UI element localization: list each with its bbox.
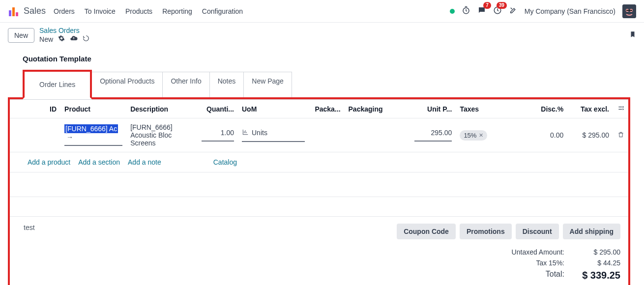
section-title: Quotation Template	[8, 49, 630, 72]
cell-description[interactable]: [FURN_6666] Acoustic Bloc Screens	[126, 118, 197, 152]
add-product-link[interactable]: Add a product	[28, 158, 70, 166]
add-section-link[interactable]: Add a section	[78, 158, 120, 166]
col-packa[interactable]: Packa...	[309, 100, 344, 118]
nav-to-invoice[interactable]: To Invoice	[85, 7, 116, 15]
col-taxes[interactable]: Taxes	[456, 100, 527, 118]
untaxed-label: Untaxed Amount:	[512, 248, 564, 256]
col-quantity[interactable]: Quanti...	[198, 100, 238, 118]
order-lines-table: ID Product Description Quanti... UoM Pac…	[10, 100, 628, 217]
catalog-link[interactable]: Catalog	[213, 158, 237, 166]
tab-optional-products[interactable]: Optional Products	[91, 72, 163, 97]
col-unit-price[interactable]: Unit P...	[410, 100, 456, 118]
nav-orders[interactable]: Orders	[54, 7, 75, 15]
columns-adjust-icon[interactable]	[617, 105, 624, 113]
nav-menu: Orders To Invoice Products Reporting Con…	[54, 7, 243, 15]
nav-reporting[interactable]: Reporting	[162, 7, 192, 15]
remove-tax-icon[interactable]: ✕	[479, 132, 483, 139]
timer-icon[interactable]	[462, 6, 470, 16]
messages-badge: 7	[483, 2, 491, 9]
app-name[interactable]: Sales	[24, 6, 46, 16]
messages-icon[interactable]: 7	[477, 6, 486, 16]
tab-notes[interactable]: Notes	[209, 72, 244, 97]
promotions-button[interactable]: Promotions	[460, 224, 512, 239]
discard-icon[interactable]	[83, 35, 89, 43]
svg-rect-5	[622, 4, 636, 18]
svg-rect-2	[16, 12, 18, 16]
tab-other-info[interactable]: Other Info	[162, 72, 209, 97]
quantity-input[interactable]: 1.00	[202, 129, 234, 142]
gear-icon[interactable]	[58, 35, 65, 43]
tax-label: Tax 15%:	[512, 259, 564, 267]
discount-button[interactable]: Discount	[516, 224, 559, 239]
total-label: Total:	[512, 270, 564, 281]
uom-input[interactable]: Units	[242, 129, 305, 142]
highlighted-region: ID Product Description Quanti... UoM Pac…	[8, 97, 630, 285]
breadcrumb-parent[interactable]: Sales Orders	[39, 27, 89, 34]
app-logo-icon	[8, 5, 20, 17]
open-record-icon[interactable]: →	[66, 133, 73, 141]
nav-products[interactable]: Products	[125, 7, 152, 15]
svg-rect-1	[12, 7, 15, 16]
activities-icon[interactable]: 39	[493, 6, 502, 16]
tab-order-lines[interactable]: Order Lines	[23, 70, 92, 99]
col-packaging[interactable]: Packaging	[345, 100, 410, 118]
untaxed-value: $ 295.00	[576, 248, 620, 256]
cell-discount[interactable]: 0.00	[527, 118, 567, 152]
col-description[interactable]: Description	[126, 100, 197, 118]
company-switcher[interactable]: My Company (San Francisco)	[525, 7, 615, 15]
tab-new-page[interactable]: New Page	[243, 72, 292, 97]
top-nav: Sales Orders To Invoice Products Reporti…	[0, 0, 644, 23]
svg-rect-0	[9, 10, 11, 16]
breadcrumb-current: New	[39, 35, 53, 43]
cloud-upload-icon[interactable]	[70, 34, 78, 44]
col-tax-excl[interactable]: Tax excl.	[567, 100, 613, 118]
col-product[interactable]: Product	[60, 100, 126, 118]
tax-value: $ 44.25	[576, 259, 620, 267]
col-id[interactable]: ID	[10, 100, 60, 118]
forecast-icon[interactable]	[242, 129, 249, 137]
new-button[interactable]: New	[8, 28, 34, 43]
user-avatar[interactable]	[622, 4, 636, 18]
product-input[interactable]: [FURN_6666] Ac →	[64, 124, 122, 146]
table-row[interactable]: [FURN_6666] Ac → [FURN_6666] Acoustic Bl…	[10, 118, 628, 152]
add-shipping-button[interactable]: Add shipping	[563, 224, 620, 239]
status-dot-icon	[450, 9, 455, 14]
terms-note[interactable]: test	[24, 224, 397, 231]
coupon-code-button[interactable]: Coupon Code	[397, 224, 456, 239]
nav-configuration[interactable]: Configuration	[202, 7, 243, 15]
tools-icon[interactable]	[509, 6, 518, 16]
tax-tag[interactable]: 15% ✕	[460, 130, 487, 141]
col-uom[interactable]: UoM	[238, 100, 309, 118]
cell-tax-excl: $ 295.00	[567, 118, 613, 152]
activities-badge: 39	[497, 2, 507, 9]
delete-row-icon[interactable]	[617, 132, 624, 140]
bookmark-icon[interactable]	[629, 30, 636, 40]
total-value: $ 339.25	[576, 270, 620, 281]
unit-price-input[interactable]: 295.00	[414, 129, 452, 142]
svg-rect-8	[626, 10, 632, 11]
control-bar: New Sales Orders New	[0, 23, 644, 49]
add-note-link[interactable]: Add a note	[128, 158, 161, 166]
col-disc[interactable]: Disc.%	[527, 100, 567, 118]
